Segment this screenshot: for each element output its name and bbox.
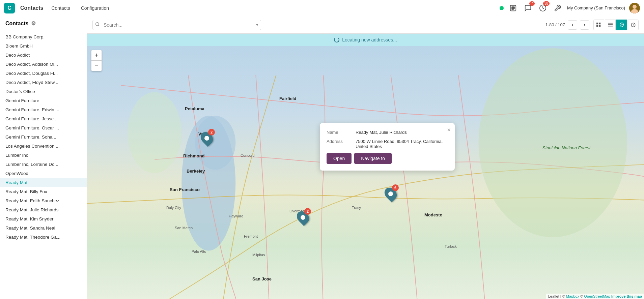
svg-point-11 xyxy=(633,5,637,9)
popup-address-row: Address 7500 W Linne Road, 95304 Tracy, … xyxy=(327,139,448,149)
sidebar-item[interactable]: Lumber Inc, Lorraine Do... xyxy=(0,160,87,169)
popup-name-value: Ready Mat, Julie Richards xyxy=(356,130,407,135)
improve-map-link[interactable]: Improve this map xyxy=(611,294,642,298)
app-logo[interactable]: C xyxy=(4,3,15,13)
app-name: Contacts xyxy=(20,5,43,11)
svg-point-6 xyxy=(513,7,514,8)
svg-point-26 xyxy=(128,92,181,173)
sidebar-item[interactable]: Doctor's Office xyxy=(0,87,87,96)
sidebar-item[interactable]: Gemini Furniture, Soha... xyxy=(0,132,87,142)
content-toolbar: ▾ 1-80 / 107 ‹ › xyxy=(87,16,644,34)
activity-badge: 38 xyxy=(543,1,550,6)
map-area[interactable]: PetalumaFairfieldVallejoRichmondBerkeley… xyxy=(87,34,644,299)
search-dropdown-btn[interactable]: ▾ xyxy=(256,22,258,27)
svg-rect-14 xyxy=(596,23,598,24)
svg-rect-20 xyxy=(608,26,613,26)
svg-point-8 xyxy=(513,8,514,9)
svg-rect-18 xyxy=(608,23,613,23)
popup-address-value: 7500 W Linne Road, 95304 Tracy, Californ… xyxy=(356,139,448,149)
sidebar-title: Contacts xyxy=(5,21,28,27)
sidebar-item[interactable]: BB Company Corp. xyxy=(0,32,87,41)
locating-text: Locating new addresses... xyxy=(342,37,397,42)
popup-name-label: Name xyxy=(327,130,350,135)
settings-icon[interactable] xyxy=(552,3,563,13)
nav-configuration[interactable]: Configuration xyxy=(78,4,112,12)
popup-actions: Open Navigate to xyxy=(327,153,448,164)
svg-rect-16 xyxy=(599,23,600,24)
sidebar-item[interactable]: Ready Mat, Kim Snyder xyxy=(0,214,87,223)
mapbox-link[interactable]: Mapbox xyxy=(566,294,579,298)
svg-point-25 xyxy=(479,48,627,237)
map-view-btn[interactable] xyxy=(616,20,627,30)
sidebar-item[interactable]: Gemini Furniture xyxy=(0,96,87,105)
nav-icon-group: 7 38 My Company (San Francisco) xyxy=(500,3,640,13)
phone-icon[interactable] xyxy=(508,3,519,13)
activity-icon[interactable]: 38 xyxy=(537,3,548,13)
sidebar-item[interactable]: Ready Mat, Theodore Ga... xyxy=(0,233,87,242)
search-input[interactable] xyxy=(92,20,261,30)
search-icon xyxy=(95,22,100,28)
locating-bar: Locating new addresses... xyxy=(87,34,644,46)
svg-point-21 xyxy=(621,24,622,25)
nav-contacts[interactable]: Contacts xyxy=(49,4,73,12)
svg-rect-15 xyxy=(596,25,598,27)
company-name[interactable]: My Company (San Francisco) xyxy=(567,5,625,10)
sidebar-item[interactable]: Deco Addict, Floyd Stew... xyxy=(0,78,87,87)
sidebar-item[interactable]: Lumber Inc xyxy=(0,151,87,160)
popup-address-label: Address xyxy=(327,139,350,149)
popup-name-row: Name Ready Mat, Julie Richards xyxy=(327,130,448,135)
sidebar-item[interactable]: Gemini Furniture, Edwin ... xyxy=(0,105,87,114)
sidebar-item[interactable]: Gemini Furniture, Oscar ... xyxy=(0,123,87,132)
sidebar-item[interactable]: Gemini Furniture, Jesse ... xyxy=(0,114,87,123)
status-dot-icon xyxy=(500,6,504,10)
popup-close-btn[interactable]: × xyxy=(447,126,451,133)
zoom-in-btn[interactable]: + xyxy=(91,50,102,60)
svg-point-13 xyxy=(96,23,99,26)
sidebar-item[interactable]: Los Angeles Convention ... xyxy=(0,142,87,151)
content-area: ▾ 1-80 / 107 ‹ › xyxy=(87,16,644,299)
kanban-view-btn[interactable] xyxy=(593,20,604,30)
pagination-next[interactable]: › xyxy=(580,20,589,30)
contacts-list: BB Company Corp.Bloem GmbHDeco AddictDec… xyxy=(0,31,87,243)
contacts-sidebar: Contacts ⚙ BB Company Corp.Bloem GmbHDec… xyxy=(0,16,87,299)
user-avatar[interactable] xyxy=(629,3,640,13)
map-pin[interactable]: 2 xyxy=(201,131,212,145)
chat-badge: 7 xyxy=(529,1,535,6)
sidebar-item[interactable]: Ready Mat, Julie Richards xyxy=(0,205,87,214)
svg-rect-19 xyxy=(608,24,613,25)
sidebar-item[interactable]: Ready Mat, Sandra Neal xyxy=(0,223,87,233)
pagination-info: 1-80 / 107 ‹ › xyxy=(545,20,589,30)
top-navigation: C Contacts Contacts Configuration 7 38 M… xyxy=(0,0,644,16)
sidebar-item[interactable]: Bloem GmbH xyxy=(0,41,87,51)
pin-badge: 2 xyxy=(208,129,215,136)
popup-open-btn[interactable]: Open xyxy=(327,153,352,164)
loading-spinner-icon xyxy=(334,37,339,42)
zoom-out-btn[interactable]: − xyxy=(91,61,102,71)
chat-icon[interactable]: 7 xyxy=(523,3,533,13)
sidebar-item[interactable]: Ready Mat, Billy Fox xyxy=(0,187,87,196)
map-attribution: Leaflet | © Mapbox © OpenStreetMap Impro… xyxy=(546,294,644,299)
list-view-btn[interactable] xyxy=(605,20,616,30)
sidebar-item[interactable]: Deco Addict, Douglas Fl... xyxy=(0,69,87,78)
sidebar-item[interactable]: Ready Mat xyxy=(0,178,87,187)
map-pin[interactable]: 2 xyxy=(298,211,308,224)
sidebar-gear-icon[interactable]: ⚙ xyxy=(31,20,36,27)
map-pin[interactable]: 6 xyxy=(385,187,396,201)
view-toggle xyxy=(593,20,639,30)
clock-view-btn[interactable] xyxy=(628,20,639,30)
sidebar-item[interactable]: Deco Addict xyxy=(0,51,87,60)
osm-link[interactable]: OpenStreetMap xyxy=(584,294,610,298)
popup-navigate-btn[interactable]: Navigate to xyxy=(354,153,392,164)
svg-rect-17 xyxy=(599,25,600,27)
sidebar-header: Contacts ⚙ xyxy=(0,16,87,31)
search-wrapper: ▾ xyxy=(92,20,261,30)
pin-badge: 6 xyxy=(392,184,399,191)
sidebar-item[interactable]: Ready Mat, Edith Sanchez xyxy=(0,196,87,205)
main-layout: Contacts ⚙ BB Company Corp.Bloem GmbHDec… xyxy=(0,16,644,299)
sidebar-item[interactable]: Deco Addict, Addison Ol... xyxy=(0,60,87,69)
map-popup: × Name Ready Mat, Julie Richards Address… xyxy=(320,123,455,171)
pagination-prev[interactable]: ‹ xyxy=(568,20,577,30)
sidebar-item[interactable]: OpenWood xyxy=(0,169,87,178)
pin-badge: 2 xyxy=(304,208,311,215)
zoom-controls: + − xyxy=(91,50,102,71)
